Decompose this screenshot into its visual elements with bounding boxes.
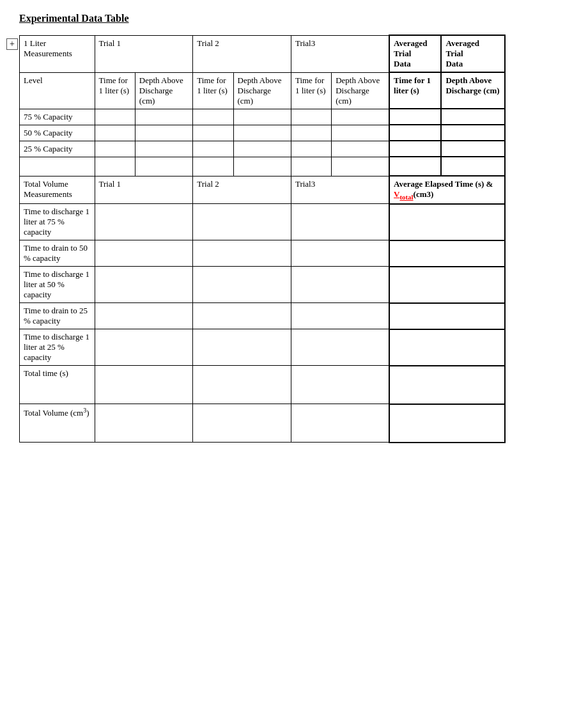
s1-50-t1-time[interactable] — [95, 125, 135, 141]
s1-50-t2-time[interactable] — [193, 125, 233, 141]
s2-drain50-t1[interactable] — [95, 240, 193, 267]
s2-discharge25-t3[interactable] — [291, 329, 389, 366]
sep-col7 — [332, 157, 389, 176]
s1-avg2-header: Averaged Trial Data — [441, 35, 504, 72]
s1-75-t2-depth[interactable] — [233, 109, 291, 125]
s1-25-t3-depth[interactable] — [332, 141, 389, 157]
s2-drain25-t1[interactable] — [95, 303, 193, 329]
s1-75-t3-time[interactable] — [291, 109, 331, 125]
s1-time3-label: Time for 1 liter (s) — [291, 72, 331, 109]
s1-trial3-header: Trial3 — [291, 35, 389, 72]
sep-col4 — [193, 157, 233, 176]
s2-discharge25-t2[interactable] — [193, 329, 291, 366]
s2-drain25-t2[interactable] — [193, 303, 291, 329]
s2-total-volume-t2[interactable] — [193, 404, 291, 443]
s2-total-time-t3[interactable] — [291, 366, 389, 404]
s2-total-time-label: Total time (s) — [20, 366, 95, 404]
s2-total-volume-t1[interactable] — [95, 404, 193, 443]
s2-drain25-label: Time to drain to 25 % capacity — [20, 303, 95, 329]
s2-row-discharge25: Time to discharge 1 liter at 25 % capaci… — [20, 329, 569, 366]
sep-col5 — [233, 157, 291, 176]
s1-row-50: 50 % Capacity — [20, 125, 569, 141]
s2-discharge75-avg[interactable] — [389, 204, 505, 240]
s1-25-t2-time[interactable] — [193, 141, 233, 157]
s2-trial2-header: Trial 2 — [193, 176, 291, 204]
s1-75-t2-time[interactable] — [193, 109, 233, 125]
experimental-data-table: 1 Liter Measurements Trial 1 Trial 2 Tri… — [19, 35, 569, 443]
s1-75-avg-time[interactable] — [389, 109, 441, 125]
s1-50-t3-time[interactable] — [291, 125, 331, 141]
s1-25-t2-depth[interactable] — [233, 141, 291, 157]
s2-avg-header: Average Elapsed Time (s) & Vtotal(cm3) — [389, 176, 505, 204]
s2-trial3-header: Trial3 — [291, 176, 389, 204]
s1-row-75: 75 % Capacity — [20, 109, 569, 125]
s1-50-avg-depth[interactable] — [441, 125, 504, 141]
s1-75-t1-time[interactable] — [95, 109, 135, 125]
s1-50-t1-depth[interactable] — [135, 125, 192, 141]
s1-50-t3-depth[interactable] — [332, 125, 389, 141]
s2-discharge50-t2[interactable] — [193, 267, 291, 303]
s1-50-avg-time[interactable] — [389, 125, 441, 141]
s1-row-25: 25 % Capacity — [20, 141, 569, 157]
s2-drain50-t2[interactable] — [193, 240, 291, 267]
s2-discharge50-t1[interactable] — [95, 267, 193, 303]
separator-row — [20, 157, 569, 176]
s1-depth2-label: Depth Above Discharge (cm) — [233, 72, 291, 109]
s1-25-t3-time[interactable] — [291, 141, 331, 157]
s2-discharge50-t3[interactable] — [291, 267, 389, 303]
sep-col8 — [389, 157, 441, 176]
s1-time2-label: Time for 1 liter (s) — [193, 72, 233, 109]
s1-avg1-header: Averaged Trial Data — [389, 35, 441, 72]
s1-25-avg-time[interactable] — [389, 141, 441, 157]
s2-row-total-volume: Total Volume (cm3) — [20, 404, 569, 443]
sep-col9 — [441, 157, 504, 176]
s2-drain25-t3[interactable] — [291, 303, 389, 329]
s2-discharge25-t1[interactable] — [95, 329, 193, 366]
s1-75-label: 75 % Capacity — [20, 109, 95, 125]
s1-75-t1-depth[interactable] — [135, 109, 192, 125]
s1-avg-depth-label: Depth Above Discharge (cm) — [441, 72, 504, 109]
s2-total-time-t1[interactable] — [95, 366, 193, 404]
s2-total-time-avg[interactable] — [389, 366, 505, 404]
s1-25-t1-depth[interactable] — [135, 141, 192, 157]
sep-col1 — [20, 157, 95, 176]
s2-row-drain25: Time to drain to 25 % capacity — [20, 303, 569, 329]
s2-discharge75-t2[interactable] — [193, 204, 291, 240]
s2-row-discharge50: Time to discharge 1 liter at 50 % capaci… — [20, 267, 569, 303]
s1-avg-time-label: Time for 1 liter (s) — [389, 72, 441, 109]
s2-discharge50-avg[interactable] — [389, 267, 505, 303]
s2-total-volume-avg[interactable] — [389, 404, 505, 443]
s2-discharge75-label: Time to discharge 1 liter at 75 % capaci… — [20, 204, 95, 240]
s2-discharge25-label: Time to discharge 1 liter at 25 % capaci… — [20, 329, 95, 366]
s1-75-t3-depth[interactable] — [332, 109, 389, 125]
s1-75-avg-depth[interactable] — [441, 109, 504, 125]
s2-discharge75-t1[interactable] — [95, 204, 193, 240]
s2-drain50-avg[interactable] — [389, 240, 505, 267]
s1-trial1-header: Trial 1 — [95, 35, 193, 72]
add-table-icon[interactable]: + — [6, 38, 18, 50]
s1-50-label: 50 % Capacity — [20, 125, 95, 141]
s2-total-time-t2[interactable] — [193, 366, 291, 404]
s2-total-volume-t3[interactable] — [291, 404, 389, 443]
section2-header-row: Total Volume Measurements Trial 1 Trial … — [20, 176, 569, 204]
s2-drain50-t3[interactable] — [291, 240, 389, 267]
s1-depth3-label: Depth Above Discharge (cm) — [332, 72, 389, 109]
section1-header-row: 1 Liter Measurements Trial 1 Trial 2 Tri… — [20, 35, 569, 72]
s1-25-label: 25 % Capacity — [20, 141, 95, 157]
s1-level-label: Level — [20, 72, 95, 109]
table-wrapper: + 1 Liter Measurements Trial 1 Trial 2 T — [19, 35, 569, 443]
s2-drain25-avg[interactable] — [389, 303, 505, 329]
s2-discharge25-avg[interactable] — [389, 329, 505, 366]
s1-25-t1-time[interactable] — [95, 141, 135, 157]
s2-total-volume-label: Total Volume (cm3) — [20, 404, 95, 443]
s2-discharge50-label: Time to discharge 1 liter at 50 % capaci… — [20, 267, 95, 303]
s1-25-avg-depth[interactable] — [441, 141, 504, 157]
sep-col3 — [135, 157, 192, 176]
s2-row-discharge75: Time to discharge 1 liter at 75 % capaci… — [20, 204, 569, 240]
s1-time1-label: Time for 1 liter (s) — [95, 72, 135, 109]
s1-50-t2-depth[interactable] — [233, 125, 291, 141]
s2-discharge75-t3[interactable] — [291, 204, 389, 240]
s1-col1-label: 1 Liter Measurements — [20, 35, 95, 72]
s1-trial2-header: Trial 2 — [193, 35, 291, 72]
s2-trial1-header: Trial 1 — [95, 176, 193, 204]
